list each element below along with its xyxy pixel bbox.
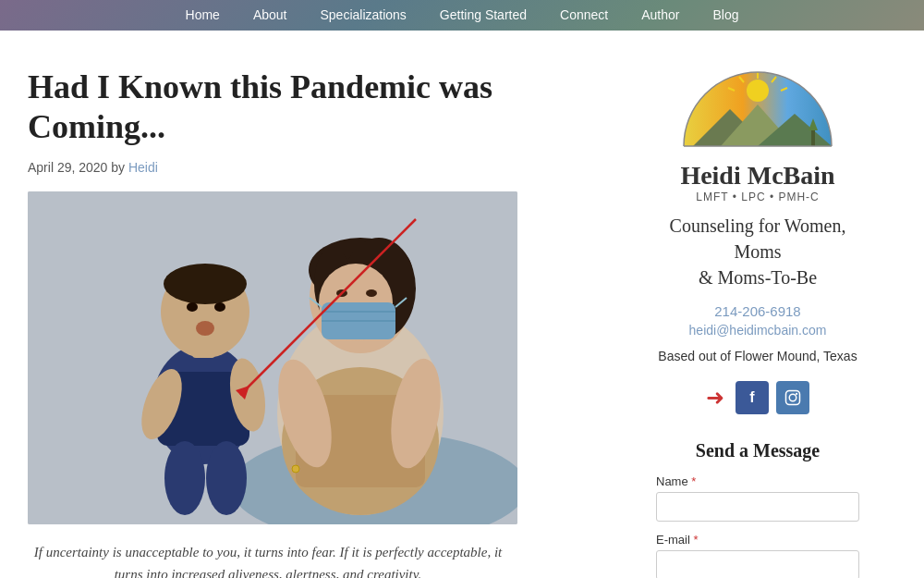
svg-rect-47 xyxy=(786,390,800,404)
sidebar-phone: 214-206-6918 xyxy=(656,303,859,319)
sidebar-name: Heidi McBain xyxy=(656,162,859,191)
email-required-marker: * xyxy=(693,533,698,547)
nav-blog[interactable]: Blog xyxy=(696,0,755,31)
email-label: E-mail * xyxy=(656,533,859,547)
main-nav: Home About Specializations Getting Start… xyxy=(0,0,924,31)
name-label: Name * xyxy=(656,474,859,488)
svg-point-25 xyxy=(187,302,198,312)
svg-point-12 xyxy=(366,289,377,297)
instagram-button[interactable] xyxy=(776,381,809,414)
sidebar-email: heidi@heidimcbain.com xyxy=(656,323,859,338)
name-input[interactable] xyxy=(656,492,859,522)
nav-about[interactable]: About xyxy=(237,0,304,31)
nav-home[interactable]: Home xyxy=(169,0,237,31)
facebook-button[interactable]: f xyxy=(736,381,769,414)
post-meta: April 29, 2020 by Heidi xyxy=(28,160,619,175)
nav-specializations[interactable]: Specializations xyxy=(303,0,422,31)
contact-form-title: Send a Message xyxy=(656,440,859,461)
svg-point-49 xyxy=(796,393,797,395)
name-required-marker: * xyxy=(691,474,696,488)
nav-connect[interactable]: Connect xyxy=(543,0,625,31)
svg-point-24 xyxy=(164,264,247,304)
svg-point-48 xyxy=(789,394,796,401)
social-buttons: ➜ f xyxy=(656,381,859,414)
sidebar-tagline: Counseling for Women, Moms & Moms-To-Be xyxy=(656,213,859,290)
email-input[interactable] xyxy=(656,550,859,578)
svg-point-35 xyxy=(747,80,769,102)
sidebar-location: Based out of Flower Mound, Texas xyxy=(656,347,859,366)
svg-point-31 xyxy=(206,441,247,515)
nav-getting-started[interactable]: Getting Started xyxy=(423,0,543,31)
post-date-author: April 29, 2020 by xyxy=(28,160,125,175)
instagram-icon xyxy=(784,389,801,406)
post-quote: If uncertainty is unacceptable to you, i… xyxy=(28,541,508,578)
featured-image-svg xyxy=(28,191,517,524)
post-author-link[interactable]: Heidi xyxy=(128,160,158,175)
name-field-group: Name * xyxy=(656,474,859,522)
sidebar-credentials: LMFT • LPC • PMH-C xyxy=(656,191,859,203)
svg-point-26 xyxy=(214,302,225,312)
svg-point-32 xyxy=(292,465,299,473)
nav-author[interactable]: Author xyxy=(625,0,696,31)
svg-point-27 xyxy=(196,321,214,336)
email-field-group: E-mail * xyxy=(656,533,859,578)
logo-arc-svg xyxy=(675,68,841,151)
featured-image xyxy=(28,191,517,524)
post-title: Had I Known this Pandemic was Coming... xyxy=(28,68,619,147)
sidebar-logo xyxy=(656,68,859,154)
svg-point-30 xyxy=(164,441,205,515)
svg-rect-44 xyxy=(811,130,815,146)
page-wrapper: Had I Known this Pandemic was Coming... … xyxy=(0,31,924,578)
sidebar: Heidi McBain LMFT • LPC • PMH-C Counseli… xyxy=(656,68,859,578)
social-arrow-icon: ➜ xyxy=(706,385,724,411)
main-content: Had I Known this Pandemic was Coming... … xyxy=(28,68,619,578)
